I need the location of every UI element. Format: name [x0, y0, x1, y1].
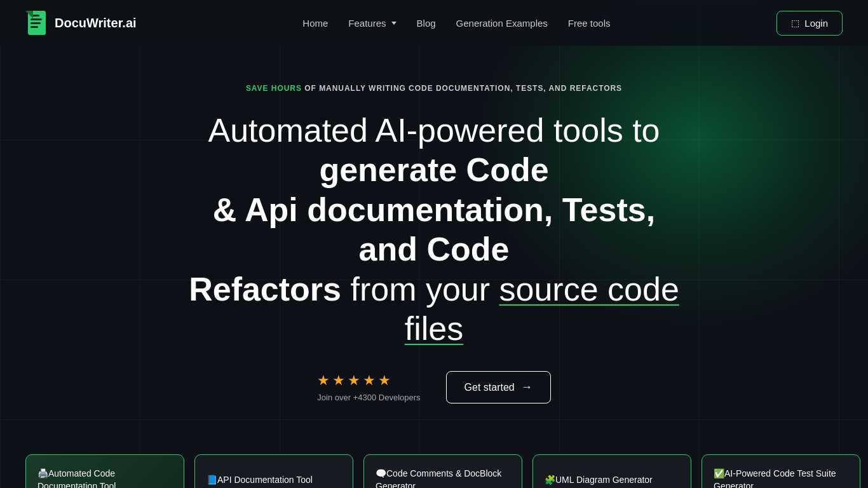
eyebrow-rest: OF MANUALLY WRITING CODE DOCUMENTATION, …	[302, 84, 622, 93]
svg-rect-3	[31, 22, 41, 24]
login-button[interactable]: ⬚ Login	[776, 11, 843, 36]
feature-card-label-4: ✅AI-Powered Code Test Suite Generator	[714, 468, 848, 488]
feature-card-3[interactable]: 🧩UML Diagram Generator	[532, 454, 691, 488]
feature-card-emoji-2: 🗨️	[376, 468, 386, 478]
feature-card-4[interactable]: ✅AI-Powered Code Test Suite Generator	[702, 454, 860, 488]
star-2: ★	[332, 372, 345, 389]
feature-card-emoji-0: 🖨️	[37, 468, 48, 478]
hero-title: Automated AI-powered tools to generate C…	[180, 111, 688, 348]
feature-card-emoji-1: 📘	[207, 475, 217, 485]
svg-rect-2	[31, 18, 42, 20]
hero-eyebrow: SAVE HOURS OF MANUALLY WRITING CODE DOCU…	[25, 84, 843, 93]
feature-card-emoji-3: 🧩	[545, 475, 555, 485]
svg-rect-4	[31, 26, 38, 28]
chevron-down-icon	[391, 22, 397, 25]
nav-links: Home Features Blog Generation Examples F…	[302, 18, 610, 29]
feature-card-label-2: 🗨️Code Comments & DocBlock Generator	[376, 468, 510, 488]
hero-join-text: Join over +4300 Developers	[317, 393, 420, 402]
login-icon: ⬚	[791, 18, 799, 28]
eyebrow-highlight: SAVE HOURS	[246, 84, 302, 93]
star-1: ★	[317, 372, 330, 389]
logo-text: DocuWriter.ai	[55, 16, 137, 30]
nav-free-tools[interactable]: Free tools	[568, 18, 611, 29]
hero-stars: ★ ★ ★ ★ ★ Join over +4300 Developers	[317, 372, 420, 402]
hero-title-part2: from your	[341, 271, 499, 308]
feature-card-label-0: 🖨️Automated Code Documentation Tool	[37, 468, 172, 488]
nav-generation-examples[interactable]: Generation Examples	[456, 18, 548, 29]
feature-card-1[interactable]: 📘API Documentation Tool	[194, 454, 353, 488]
get-started-label: Get started	[465, 382, 515, 393]
get-started-button[interactable]: Get started →	[446, 371, 551, 403]
nav-home[interactable]: Home	[302, 18, 328, 29]
hero-section: SAVE HOURS OF MANUALLY WRITING CODE DOCU…	[0, 46, 868, 429]
feature-card-label-1: 📘API Documentation Tool	[207, 474, 313, 487]
nav-features[interactable]: Features	[348, 18, 396, 29]
hero-actions: ★ ★ ★ ★ ★ Join over +4300 Developers Get…	[25, 371, 843, 403]
feature-card-0[interactable]: 🖨️Automated Code Documentation Tool	[25, 454, 184, 488]
arrow-right-icon: →	[521, 381, 532, 394]
logo-link[interactable]: DocuWriter.ai	[25, 10, 137, 36]
navbar: DocuWriter.ai Home Features Blog Generat…	[0, 0, 868, 46]
star-5: ★	[378, 372, 391, 389]
hero-title-part1: Automated AI-powered tools to	[208, 112, 660, 149]
feature-card-2[interactable]: 🗨️Code Comments & DocBlock Generator	[363, 454, 522, 488]
feature-card-label-3: 🧩UML Diagram Generator	[545, 474, 653, 487]
stars-row: ★ ★ ★ ★ ★	[317, 372, 391, 389]
nav-blog[interactable]: Blog	[417, 18, 436, 29]
logo-icon	[25, 10, 48, 36]
star-3: ★	[348, 372, 360, 389]
feature-card-emoji-4: ✅	[714, 468, 724, 478]
feature-cards: 🖨️Automated Code Documentation Tool 📘API…	[0, 454, 868, 488]
star-4: ★	[363, 372, 376, 389]
